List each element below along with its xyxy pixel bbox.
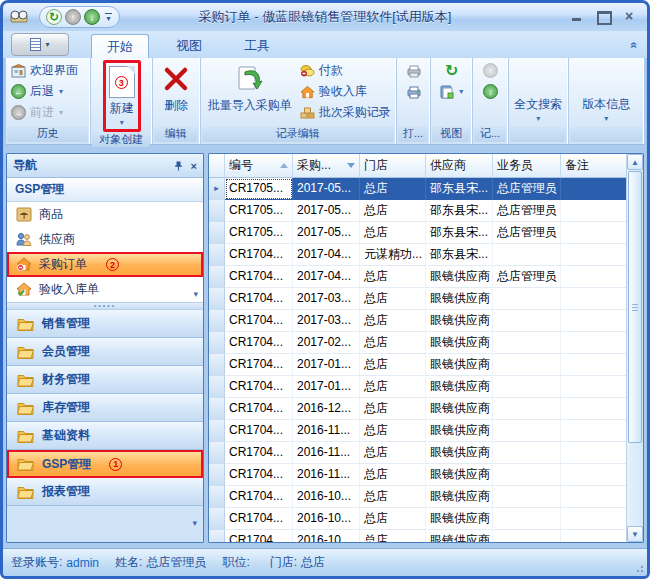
- new-document-icon: 3: [109, 66, 135, 98]
- batch-import-button[interactable]: 批量导入采购单: [203, 60, 297, 126]
- forward-icon: →: [11, 105, 26, 120]
- table-row[interactable]: CR1705... 2017-05... 总店 邵东县宋... 总店管理员: [209, 200, 626, 222]
- table-row[interactable]: CR1704... 2017-04... 元谋精功... 邵东县宋...: [209, 244, 626, 266]
- table-row[interactable]: CR1704... 2017-01... 总店 眼镜供应商: [209, 354, 626, 376]
- row-indicator: [209, 354, 225, 376]
- group-caption-search: [510, 126, 566, 142]
- scroll-up-icon[interactable]: ▲: [627, 154, 643, 170]
- table-row[interactable]: CR1704... 2016-11... 总店 眼镜供应商: [209, 464, 626, 486]
- chevron-down-icon: ▾: [45, 40, 49, 49]
- print-preview-button[interactable]: [403, 60, 425, 81]
- nav-panel-title: 导航: [13, 157, 37, 174]
- column-header-purchase-date[interactable]: 采购...: [293, 154, 360, 178]
- collapse-ribbon-icon[interactable]: «: [628, 42, 642, 49]
- maximize-button[interactable]: [595, 9, 611, 23]
- delete-button[interactable]: 删除: [160, 60, 192, 126]
- sidebar-group-button[interactable]: 销售管理: [7, 310, 203, 338]
- sidebar-group-button[interactable]: GSP管理 1: [7, 450, 203, 478]
- minimize-button[interactable]: [569, 9, 585, 23]
- table-row[interactable]: CR1704... 2017-03... 总店 眼镜供应商: [209, 310, 626, 332]
- refresh-view-button[interactable]: ↻: [442, 60, 461, 81]
- tab-tools[interactable]: 工具: [229, 34, 285, 58]
- pin-icon[interactable]: [174, 161, 183, 171]
- column-header-store[interactable]: 门店: [360, 154, 426, 178]
- back-button[interactable]: ← 后退▾: [8, 81, 88, 102]
- table-row[interactable]: CR1704... 2017-03... 总店 眼镜供应商: [209, 288, 626, 310]
- group-caption-record-nav: 记...: [474, 126, 506, 142]
- table-row[interactable]: CR1704... 2017-04... 总店 眼镜供应商 总店管理员: [209, 266, 626, 288]
- welcome-home-icon: [11, 64, 26, 78]
- tab-view[interactable]: 视图: [161, 34, 217, 58]
- tab-start[interactable]: 开始: [91, 34, 149, 58]
- nav-item-products[interactable]: 商品: [7, 202, 203, 227]
- sidebar-group-button[interactable]: 基础资料: [7, 422, 203, 450]
- store-value: 总店: [301, 554, 325, 571]
- nav-item-suppliers[interactable]: 供应商: [7, 227, 203, 252]
- table-row[interactable]: CR1704... 2016-11... 总店 眼镜供应商: [209, 442, 626, 464]
- app-window: ↻ ↑ ↓ ▾ 采购订单 - 傲蓝眼镜销售管理软件[试用版本] × ▾ 开始 视…: [0, 0, 650, 579]
- table-row[interactable]: CR1704... 2017-02... 总店 眼镜供应商: [209, 332, 626, 354]
- column-header-supplier[interactable]: 供应商: [426, 154, 493, 178]
- welcome-screen-button[interactable]: 欢迎界面: [8, 60, 88, 81]
- table-row[interactable]: CR1704... 2016-10... 总店 眼镜供应商: [209, 508, 626, 530]
- vertical-scrollbar[interactable]: ▲ ▼: [626, 154, 643, 542]
- sidebar-group-label: 销售管理: [42, 315, 90, 332]
- record-next-button[interactable]: ↓: [480, 81, 501, 102]
- application-menu-button[interactable]: ▾: [11, 33, 69, 56]
- table-row[interactable]: CR1704... 2016-10... 总店 眼镜供应商: [209, 486, 626, 508]
- version-info-button[interactable]: 版本信息 ▾: [579, 94, 633, 125]
- row-indicator: [209, 332, 225, 354]
- record-prev-button[interactable]: ↑: [480, 60, 501, 81]
- scrollbar-thumb[interactable]: [628, 171, 642, 443]
- sidebar-group-label: GSP管理: [42, 456, 91, 473]
- close-panel-icon[interactable]: ×: [191, 160, 197, 172]
- nav-item-receiving-notes[interactable]: 验收入库单: [7, 277, 203, 302]
- group-config-dropdown-icon[interactable]: ▾: [192, 518, 197, 528]
- print-button[interactable]: [403, 81, 425, 102]
- row-indicator: [209, 398, 225, 420]
- column-header-number[interactable]: 编号: [225, 154, 293, 178]
- nav-splitter-handle[interactable]: •••••: [7, 302, 203, 310]
- ribbon: 欢迎界面 ← 后退▾ → 前进▾ 历史 3 新建: [6, 58, 644, 145]
- sidebar-group-button[interactable]: 会员管理: [7, 338, 203, 366]
- receive-stock-button[interactable]: 验收入库: [297, 81, 394, 102]
- clipboard-icon: [440, 85, 454, 99]
- sidebar-group-button[interactable]: 库存管理: [7, 394, 203, 422]
- row-indicator: [209, 200, 225, 222]
- folder-icon: [17, 317, 34, 331]
- table-row[interactable]: CR1704... 2016-11... 总店 眼镜供应商: [209, 420, 626, 442]
- name-label: 姓名:: [115, 554, 142, 571]
- sidebar-group-button[interactable]: 财务管理: [7, 366, 203, 394]
- new-button[interactable]: 3 新建 ▾: [103, 60, 141, 132]
- folder-icon: [17, 485, 34, 499]
- scroll-down-icon[interactable]: ▼: [627, 526, 643, 542]
- resize-grip[interactable]: [634, 563, 644, 573]
- ribbon-group-search: 全文搜索 ▾: [509, 58, 569, 144]
- coins-icon: [300, 64, 315, 77]
- navigation-panel: 导航 × GSP管理 商品 供应商 采购订单: [6, 153, 204, 543]
- forward-button[interactable]: → 前进▾: [8, 102, 88, 123]
- table-row[interactable]: ▸ CR1705... 2017-05... 总店 邵东县宋... 总店管理员: [209, 178, 626, 200]
- nav-item-purchase-orders[interactable]: 采购订单 2: [7, 252, 203, 277]
- column-header-salesperson[interactable]: 业务员: [493, 154, 561, 178]
- group-caption-history: 历史: [7, 126, 88, 142]
- down-circle-icon: ↓: [483, 84, 498, 99]
- batch-records-button[interactable]: 批次采购记录: [297, 102, 394, 123]
- layout-button[interactable]: ▾: [437, 81, 466, 102]
- annotation-step-1: 1: [109, 458, 122, 471]
- up-circle-icon: ↑: [483, 63, 498, 78]
- table-row[interactable]: CR1704... 2017-01... 总店 眼镜供应商: [209, 376, 626, 398]
- table-row[interactable]: CR1704... 2016-12... 总店 眼镜供应商: [209, 398, 626, 420]
- row-indicator: [209, 530, 225, 542]
- nav-scroll-down-icon[interactable]: ▾: [193, 289, 198, 299]
- purchase-order-icon: [16, 257, 32, 272]
- column-header-remarks[interactable]: 备注: [561, 154, 626, 178]
- sidebar-group-button[interactable]: 报表管理: [7, 478, 203, 506]
- fulltext-search-button[interactable]: 全文搜索 ▾: [511, 94, 565, 125]
- payment-button[interactable]: 付款: [297, 60, 394, 81]
- table-rows: ▸ CR1705... 2017-05... 总店 邵东县宋... 总店管理员 …: [209, 178, 626, 542]
- row-indicator: [209, 244, 225, 266]
- table-row[interactable]: CR1705... 2017-05... 总店 邵东县宋... 总店管理员: [209, 222, 626, 244]
- table-row[interactable]: CR1704... 2016-10... 总店 眼镜供应商: [209, 530, 626, 542]
- close-button[interactable]: ×: [621, 9, 637, 23]
